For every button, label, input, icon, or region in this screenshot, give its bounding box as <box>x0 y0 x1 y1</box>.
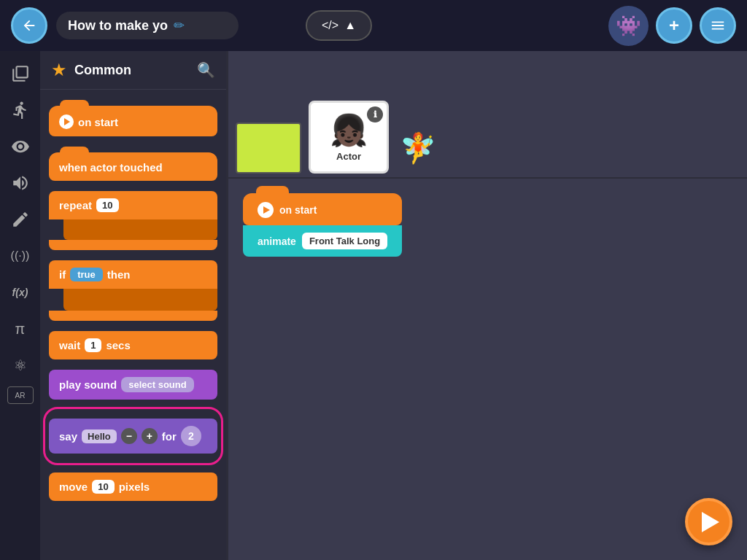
say-label: say <box>59 430 77 443</box>
decrement-button[interactable]: − <box>121 428 137 444</box>
sidebar-item-physics[interactable]: ⚛ <box>5 350 36 381</box>
sidebar-item-sound[interactable] <box>5 168 36 198</box>
main-area: ((·)) f(x) π ⚛ AR ★ Common 🔍 on start wh… <box>0 51 747 560</box>
blocks-list: on start when actor touched repeat 10 if <box>40 90 226 508</box>
monster-avatar: 👾 <box>608 6 649 46</box>
canvas-area: 👧🏿 Actor ℹ 🧚 on start animate Front Talk… <box>228 51 747 560</box>
if-body <box>63 289 217 311</box>
blocks-panel-header: ★ Common 🔍 <box>40 51 226 90</box>
code-icon: </> <box>322 19 338 32</box>
if-end <box>49 311 217 321</box>
actor-card[interactable]: 👧🏿 Actor ℹ <box>309 101 389 174</box>
project-title: How to make yo <box>68 18 168 34</box>
actor-info-button[interactable]: ℹ <box>367 106 383 122</box>
search-button[interactable]: 🔍 <box>197 61 215 79</box>
back-button[interactable] <box>11 7 47 44</box>
when-actor-touched-label: when actor touched <box>59 161 163 174</box>
wait-value: 1 <box>85 338 101 352</box>
say-block[interactable]: say Hello − + for 2 <box>49 419 217 454</box>
play-main-button[interactable] <box>685 498 732 545</box>
move-pixels-block[interactable]: move 10 pixels <box>49 472 217 501</box>
secs-label: secs <box>106 339 130 351</box>
ws-on-start-block[interactable]: on start <box>243 193 402 225</box>
play-sound-label: play sound <box>59 378 117 391</box>
move-value: 10 <box>92 480 114 494</box>
scene-thumbnail[interactable] <box>236 122 301 174</box>
then-label: then <box>107 268 131 281</box>
sidebar-item-looks[interactable] <box>5 131 36 162</box>
actor-figure: 👧🏿 <box>330 112 368 148</box>
image-icon: ▲ <box>344 19 356 32</box>
header-right: 👾 + <box>608 6 736 46</box>
fairy-character[interactable]: 🧚 <box>396 122 440 174</box>
favorite-icon: ★ <box>51 60 67 80</box>
animate-label: animate <box>258 236 296 247</box>
repeat-value: 10 <box>96 198 118 212</box>
if-label: if <box>59 268 66 281</box>
code-workspace: on start animate Front Talk Long <box>228 179 747 271</box>
title-area: How to make yo ✏ <box>56 12 239 39</box>
for-value: 2 <box>181 426 201 446</box>
sidebar-item-math[interactable]: π <box>5 314 36 344</box>
wait-label: wait <box>59 339 80 351</box>
code-view-toggle[interactable]: </> ▲ <box>306 10 372 41</box>
actor-panel: 👧🏿 Actor ℹ 🧚 <box>228 51 747 179</box>
add-button[interactable]: + <box>656 7 692 44</box>
menu-button[interactable] <box>700 7 736 44</box>
if-block-wrapper: if true then <box>49 260 217 321</box>
sound-select[interactable]: select sound <box>121 377 193 392</box>
increment-button[interactable]: + <box>142 428 158 444</box>
play-sound-block[interactable]: play sound select sound <box>49 370 217 400</box>
sidebar-item-motion[interactable] <box>5 95 36 125</box>
category-sidebar: ((·)) f(x) π ⚛ AR <box>0 51 40 560</box>
wait-secs-block[interactable]: wait 1 secs <box>49 331 217 359</box>
sidebar-item-scenes[interactable] <box>5 58 36 89</box>
animation-value[interactable]: Front Talk Long <box>302 233 387 249</box>
workspace-block-group: on start animate Front Talk Long <box>243 193 402 257</box>
sidebar-item-pen[interactable] <box>5 204 36 235</box>
for-label: for <box>162 430 177 443</box>
blocks-panel: ★ Common 🔍 on start when actor touched r… <box>40 51 226 560</box>
header: How to make yo ✏ </> ▲ 👾 + <box>0 0 747 51</box>
if-condition: true <box>70 268 103 281</box>
edit-icon[interactable]: ✏ <box>174 18 185 34</box>
repeat-end <box>49 240 217 250</box>
say-block-wrapper: say Hello − + for 2 <box>49 413 217 459</box>
on-start-label: on start <box>78 116 118 128</box>
category-label: Common <box>74 63 190 78</box>
repeat-block[interactable]: repeat 10 <box>49 191 217 219</box>
repeat-body <box>63 219 217 240</box>
sidebar-item-ar[interactable]: AR <box>7 386 34 404</box>
if-block[interactable]: if true then <box>49 260 217 289</box>
ws-animate-block[interactable]: animate Front Talk Long <box>243 225 402 257</box>
ws-on-start-label: on start <box>279 204 317 216</box>
repeat-label: repeat <box>59 199 92 211</box>
sidebar-item-wireless[interactable]: ((·)) <box>5 241 36 271</box>
on-start-block[interactable]: on start <box>49 106 217 136</box>
repeat-block-wrapper: repeat 10 <box>49 191 217 250</box>
ws-play-icon <box>258 202 274 218</box>
play-icon <box>59 114 74 129</box>
pixels-label: pixels <box>119 481 150 493</box>
when-actor-touched-block[interactable]: when actor touched <box>49 152 217 181</box>
move-label: move <box>59 481 88 493</box>
actor-label: Actor <box>336 151 361 162</box>
say-value[interactable]: Hello <box>82 429 117 443</box>
sidebar-item-functions[interactable]: f(x) <box>5 277 36 308</box>
